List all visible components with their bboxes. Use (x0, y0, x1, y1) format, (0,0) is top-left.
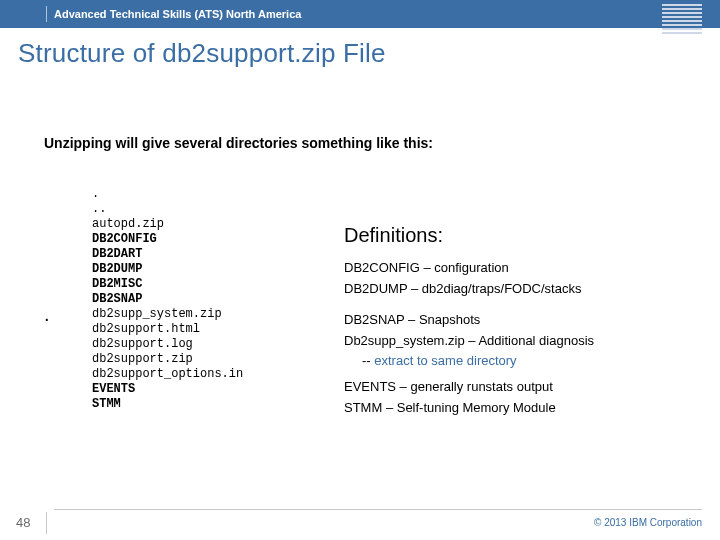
definition-item: DB2DUMP – db2diag/traps/FODC/stacks (344, 280, 694, 297)
list-item: DB2CONFIG (92, 232, 157, 246)
list-item: EVENTS (92, 382, 135, 396)
list-item: autopd.zip (92, 217, 164, 231)
definitions-block: Definitions: DB2CONFIG – configuration D… (344, 224, 694, 420)
list-item: .. (92, 202, 106, 216)
footer-divider (54, 509, 702, 510)
subnote-prefix: -- (362, 353, 374, 368)
page-title: Structure of db2support.zip File (18, 38, 386, 69)
page-number-divider (46, 512, 47, 534)
definition-item: STMM – Self-tuning Memory Module (344, 399, 694, 416)
list-item: db2support_options.in (92, 367, 243, 381)
bullet-dot: . (44, 303, 50, 326)
header-bar: Advanced Technical Skills (ATS) North Am… (0, 0, 720, 28)
definition-item: Db2supp_system.zip – Additional diagnosi… (344, 332, 694, 349)
ibm-logo (662, 4, 702, 34)
slide: Advanced Technical Skills (ATS) North Am… (0, 0, 720, 540)
definition-subnote: -- extract to same directory (344, 353, 694, 368)
list-item: . (92, 187, 99, 201)
definitions-heading: Definitions: (344, 224, 694, 247)
copyright: © 2013 IBM Corporation (594, 517, 702, 528)
page-number: 48 (16, 515, 30, 530)
definition-item: DB2CONFIG – configuration (344, 259, 694, 276)
subnote-highlight: extract to same directory (374, 353, 516, 368)
directory-listing: . .. autopd.zip DB2CONFIG DB2DART DB2DUM… (92, 172, 243, 412)
list-item: DB2DUMP (92, 262, 142, 276)
list-item: DB2SNAP (92, 292, 142, 306)
intro-text: Unzipping will give several directories … (44, 135, 433, 151)
list-item: db2support.zip (92, 352, 193, 366)
list-item: DB2MISC (92, 277, 142, 291)
header-org: Advanced Technical Skills (ATS) North Am… (54, 8, 301, 20)
list-item: DB2DART (92, 247, 142, 261)
list-item: STMM (92, 397, 121, 411)
list-item: db2support.log (92, 337, 193, 351)
list-item: db2supp_system.zip (92, 307, 222, 321)
definition-item: EVENTS – generally runstats output (344, 378, 694, 395)
header-divider (46, 6, 47, 22)
definition-item: DB2SNAP – Snapshots (344, 311, 694, 328)
list-item: db2support.html (92, 322, 200, 336)
